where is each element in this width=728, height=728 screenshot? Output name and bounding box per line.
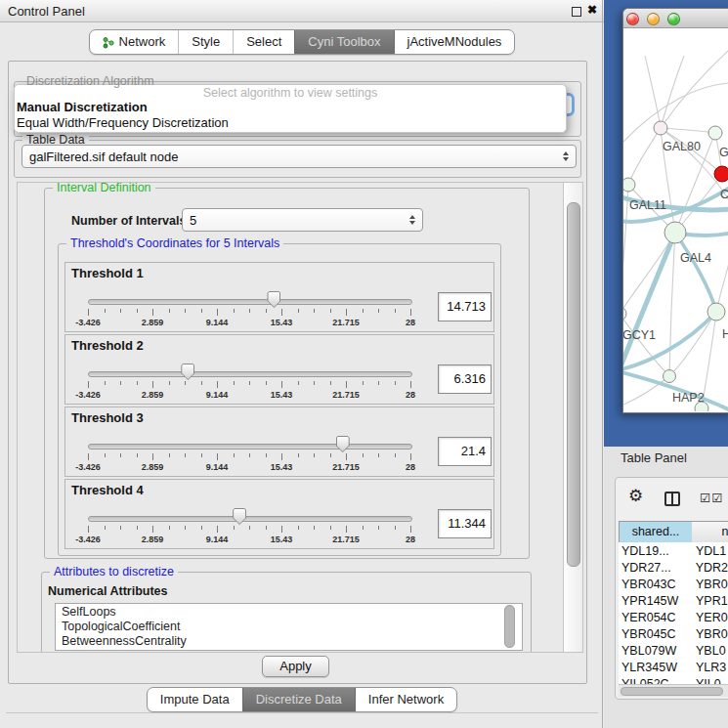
network-node[interactable] bbox=[714, 166, 728, 182]
slider-thumb[interactable] bbox=[181, 364, 194, 380]
tick-label: -3.426 bbox=[75, 462, 101, 472]
attributes-list-scrollbar[interactable] bbox=[504, 605, 515, 648]
checkbox-icons[interactable]: ☑☑ bbox=[700, 491, 723, 505]
network-edge[interactable] bbox=[628, 128, 661, 185]
column-split-icon[interactable] bbox=[664, 492, 680, 506]
threshold-value-input[interactable]: 11.344 bbox=[438, 509, 492, 538]
threshold-value-input[interactable]: 21.4 bbox=[438, 437, 492, 466]
network-edge[interactable] bbox=[669, 233, 675, 376]
control-panel-titlebar: Control Panel ✖ bbox=[0, 0, 604, 22]
network-edge[interactable] bbox=[623, 185, 628, 314]
tick-label: 21.715 bbox=[332, 390, 360, 400]
close-icon[interactable]: ✖ bbox=[587, 3, 597, 17]
table-row[interactable]: YBR045CYBR0 bbox=[619, 625, 728, 642]
tab-impute-data[interactable]: Impute Data bbox=[148, 688, 242, 711]
network-graph: GAL80GAL11GAL4GCY1HHAP2G.C bbox=[623, 28, 728, 411]
network-node-h[interactable] bbox=[707, 303, 725, 321]
slider-track[interactable] bbox=[88, 516, 412, 522]
tab-select[interactable]: Select bbox=[233, 30, 294, 54]
table-row[interactable]: YIL052CYIL0 bbox=[619, 675, 728, 684]
table-row[interactable]: YDR27...YDR2 bbox=[619, 559, 728, 576]
network-node[interactable] bbox=[695, 402, 708, 411]
number-of-intervals-combobox[interactable]: 5 bbox=[182, 208, 423, 232]
tab-network[interactable]: Network bbox=[90, 30, 179, 54]
zoom-traffic-light-icon[interactable] bbox=[667, 13, 680, 25]
table-rows[interactable]: YDL19...YDL1YDR27...YDR2YBR043CYBR0YPR14… bbox=[619, 542, 728, 684]
list-item-selfloops[interactable]: SelfLoops bbox=[62, 605, 522, 620]
tab-jactivemnodules[interactable]: jActiveMNodules bbox=[394, 30, 515, 54]
apply-button[interactable]: Apply bbox=[262, 656, 329, 677]
gear-icon[interactable]: ⚙ bbox=[628, 488, 643, 504]
threshold-label: Threshold 4 bbox=[71, 483, 144, 497]
horizontal-scrollbar-track[interactable] bbox=[619, 684, 728, 697]
network-node[interactable] bbox=[708, 126, 722, 140]
tick-mark bbox=[330, 309, 331, 313]
tick-mark bbox=[105, 526, 106, 530]
attributes-group: Attributes to discretize Numerical Attri… bbox=[41, 572, 532, 653]
tick-label: 15.43 bbox=[271, 462, 293, 472]
slider-thumb[interactable] bbox=[233, 508, 246, 525]
tick-mark bbox=[105, 381, 106, 385]
table-row[interactable]: YLR345WYLR3 bbox=[619, 659, 728, 675]
tick-mark bbox=[185, 309, 186, 313]
table-row[interactable]: YDL19...YDL1 bbox=[619, 542, 728, 559]
column-header-shared-name[interactable]: shared... bbox=[619, 521, 693, 543]
tick-mark bbox=[234, 381, 235, 385]
slider-track[interactable] bbox=[88, 444, 412, 450]
close-traffic-light-icon[interactable] bbox=[626, 13, 639, 25]
network-node-gcy1[interactable] bbox=[623, 307, 626, 321]
network-canvas[interactable]: GAL80GAL11GAL4GCY1HHAP2G.C bbox=[623, 28, 728, 411]
node-label-fragment: C bbox=[720, 188, 728, 201]
tick-mark bbox=[281, 309, 282, 316]
checkbox-icon[interactable]: ☑ bbox=[700, 492, 711, 505]
vertical-scrollbar-track[interactable] bbox=[563, 183, 582, 652]
combo-spinner-icon bbox=[557, 151, 569, 161]
network-edge[interactable] bbox=[661, 50, 728, 128]
float-icon[interactable] bbox=[572, 7, 581, 17]
network-node-gal4[interactable] bbox=[664, 222, 686, 243]
attributes-list[interactable]: SelfLoopsTopologicalCoefficientBetweenne… bbox=[55, 603, 523, 651]
network-edge-highlighted[interactable] bbox=[675, 233, 716, 312]
slider-track[interactable] bbox=[88, 371, 412, 377]
tab-label: Style bbox=[192, 30, 220, 54]
threshold-label: Threshold 1 bbox=[71, 266, 144, 280]
column-header-name[interactable]: na bbox=[692, 521, 728, 543]
slider-track[interactable] bbox=[88, 299, 412, 305]
slider-thumb[interactable] bbox=[336, 436, 350, 452]
tab-label: Select bbox=[246, 30, 281, 54]
network-node-gal80[interactable] bbox=[654, 121, 667, 135]
list-item-betweennesscentrality[interactable]: BetweennessCentrality bbox=[62, 634, 522, 649]
algorithm-dropdown-popup: Select algorithm to view settings Manual… bbox=[14, 84, 567, 133]
network-edge-highlighted[interactable] bbox=[623, 233, 675, 364]
threshold-value-input[interactable]: 6.316 bbox=[438, 364, 492, 394]
network-edge[interactable] bbox=[645, 56, 661, 128]
tab-infer-network[interactable]: Infer Network bbox=[355, 688, 456, 711]
network-edge[interactable] bbox=[661, 128, 715, 133]
table-row[interactable]: YPR145WYPR1 bbox=[619, 592, 728, 609]
network-node-hap2[interactable] bbox=[664, 370, 676, 383]
table-row[interactable]: YBR043CYBR0 bbox=[619, 576, 728, 592]
threshold-value-input[interactable]: 14.713 bbox=[438, 292, 492, 321]
tab-cyni-toolbox[interactable]: Cyni Toolbox bbox=[294, 30, 393, 54]
menu-item-equal-width-frequency-discretization[interactable]: Equal Width/Frequency Discretization bbox=[15, 115, 566, 131]
network-window-titlebar[interactable] bbox=[623, 9, 728, 28]
checkbox-icon[interactable]: ☑ bbox=[711, 492, 723, 505]
network-node-gal11[interactable] bbox=[623, 178, 635, 192]
table-data-combobox[interactable]: galFiltered.sif default node bbox=[21, 145, 577, 168]
numerical-attributes-label: Numerical Attributes bbox=[48, 584, 167, 598]
menu-item-manual-discretization[interactable]: Manual Discretization bbox=[15, 100, 566, 115]
table-row[interactable]: YBL079WYBL0 bbox=[619, 642, 728, 659]
list-item-topologicalcoefficient[interactable]: TopologicalCoefficient bbox=[62, 620, 522, 634]
tab-style[interactable]: Style bbox=[178, 30, 233, 54]
cell-name: YPR1 bbox=[692, 594, 728, 608]
tick-mark bbox=[152, 309, 153, 316]
tab-discretize-data[interactable]: Discretize Data bbox=[242, 688, 355, 711]
network-edge[interactable] bbox=[661, 56, 684, 128]
table-row[interactable]: YER054CYER0 bbox=[619, 609, 728, 625]
minimize-traffic-light-icon[interactable] bbox=[647, 13, 660, 25]
horizontal-scrollbar-thumb[interactable] bbox=[621, 687, 723, 696]
cell-name: YDR2 bbox=[692, 561, 728, 575]
slider-thumb[interactable] bbox=[267, 291, 280, 308]
tick-label: 9.144 bbox=[206, 462, 229, 472]
vertical-scrollbar-thumb[interactable] bbox=[567, 202, 580, 567]
